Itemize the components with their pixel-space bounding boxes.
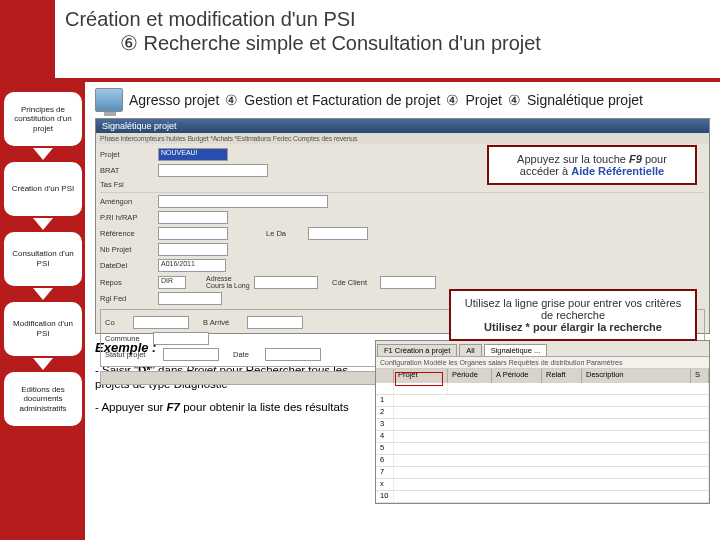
callout-f9: Appuyez sur la touche F9 pour accéder à … [487, 145, 697, 185]
tab-signal[interactable]: Signalétique ... [484, 344, 548, 356]
nav-item-principes[interactable]: Principes de constitution d'un projet [4, 92, 82, 146]
main-content: Agresso projet ④ Gestion et Facturation … [85, 82, 720, 540]
table-row: 2 [376, 407, 709, 419]
table-row: 4 [376, 431, 709, 443]
window-title: Signalétique projet [96, 119, 709, 133]
nav-item-editions[interactable]: Editions des documents administratifs [4, 372, 82, 426]
table-row: x [376, 479, 709, 491]
monitor-icon [95, 88, 123, 112]
prinrap-input[interactable] [158, 211, 228, 224]
nav-item-creation[interactable]: Création d'un PSI [4, 162, 82, 216]
callout-search: Utilisez la ligne grise pour entrer vos … [449, 289, 697, 341]
chevron-down-icon [33, 358, 53, 370]
slide-title: Création et modification d'un PSI [65, 8, 710, 31]
amen-input[interactable] [158, 195, 328, 208]
brat-input[interactable] [158, 164, 268, 177]
chevron-down-icon [33, 148, 53, 160]
chevron-down-icon [33, 288, 53, 300]
results-table-screenshot: F1 Création à projet All Signalétique ..… [375, 340, 710, 504]
table-row: 1 [376, 395, 709, 407]
tab-creation[interactable]: F1 Création à projet [377, 344, 457, 356]
table-row: 7 [376, 467, 709, 479]
slide-subtitle: ⑥ Recherche simple et Consultation d'un … [65, 31, 710, 55]
app-tabs: Phase Intercompteurs hubles Budget *Acha… [96, 133, 709, 144]
nav-item-consultation[interactable]: Consultation d'un PSI [4, 232, 82, 286]
chevron-down-icon [33, 218, 53, 230]
breadcrumb: Agresso projet ④ Gestion et Facturation … [95, 88, 710, 112]
app-screenshot: Signalétique projet Phase Intercompteurs… [95, 118, 710, 334]
table-row: 6 [376, 455, 709, 467]
projet-input[interactable]: NOUVEAU! [158, 148, 228, 161]
ref-input[interactable] [158, 227, 228, 240]
tab-all[interactable]: All [459, 344, 481, 356]
slide-header: Création et modification d'un PSI ⑥ Rech… [55, 0, 720, 78]
highlight-icon [395, 372, 443, 386]
table-row: 3 [376, 419, 709, 431]
nav-item-modification[interactable]: Modification d'un PSI [4, 302, 82, 356]
sidebar-nav: Principes de constitution d'un projet Cr… [4, 92, 82, 426]
table-row: 5 [376, 443, 709, 455]
table-row: 10 [376, 491, 709, 503]
